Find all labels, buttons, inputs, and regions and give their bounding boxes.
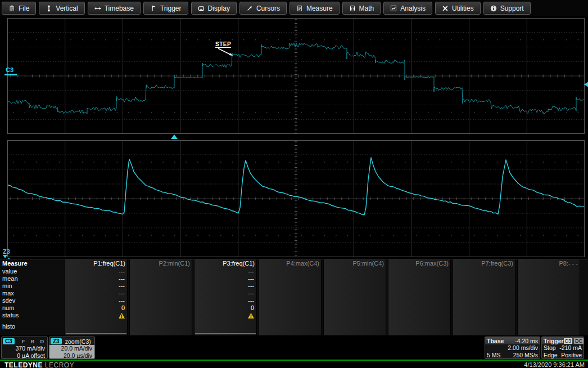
measure-cell-mean <box>129 275 192 282</box>
status-bar: C3 F B D 370 mA/div 0 µA offset Z3 zoom(… <box>0 336 588 360</box>
measure-cell-mean <box>388 275 451 282</box>
measure-column-p3[interactable]: P3:freq(C1)---------------0 <box>194 259 257 335</box>
menu-item-vertical[interactable]: Vertical <box>39 2 84 15</box>
measure-cell-mean <box>323 275 386 282</box>
measure-column-p4[interactable]: P4:max(C4) <box>259 259 322 335</box>
measure-cell-max <box>517 290 580 297</box>
warning-icon <box>119 313 125 318</box>
timebase-samples: 5 MS <box>487 352 501 359</box>
timebase-delay: -4.20 ms <box>515 338 538 344</box>
z3-descriptor-body: 20.0 mA/div 20.0 µs/div <box>49 345 94 359</box>
trigger-coupling-badge: DC <box>574 338 584 344</box>
c3-offset: 0 µA offset <box>2 352 47 359</box>
step-annotation-label: STEP <box>215 41 231 48</box>
c3-badge: C3 <box>3 338 15 344</box>
measure-cell-num: 0 <box>194 304 257 312</box>
measure-cell-status <box>259 312 322 319</box>
measure-cell-max <box>323 290 386 297</box>
menu-item-label: File <box>19 5 29 12</box>
menu-item-trigger[interactable]: Trigger <box>143 2 188 15</box>
trigger-header: Trigger C3 DC <box>542 337 584 344</box>
datetime-display: 4/13/2020 9:36:21 AM <box>524 361 585 368</box>
trigger-source-badge: C3 <box>564 338 573 344</box>
measure-cell-min <box>259 282 322 290</box>
math-calculator-icon <box>349 5 356 12</box>
measure-document-icon <box>296 5 303 12</box>
measure-cell-status <box>388 312 451 319</box>
menu-item-measure[interactable]: Measure <box>290 2 340 15</box>
z3-scale: 20.0 mA/div <box>49 345 94 352</box>
trigger-label: Trigger <box>544 338 564 344</box>
z3-descriptor-header: Z3 zoom(C3) <box>49 337 94 345</box>
graticule <box>8 19 585 134</box>
measure-column-header: P8:- - - <box>517 259 580 268</box>
measure-row-label-status: status <box>2 312 65 319</box>
measure-cell-mean: --- <box>65 275 128 282</box>
menu-item-label: Support <box>500 5 524 12</box>
menu-item-utilities[interactable]: Utilities <box>435 2 481 15</box>
timebase-arrows-icon <box>94 5 101 12</box>
utilities-wrench-icon <box>442 5 449 12</box>
zoom-position-marker[interactable] <box>171 134 178 139</box>
measure-cell-status <box>323 312 386 319</box>
channel-c3-descriptor[interactable]: C3 F B D 370 mA/div 0 µA offset <box>1 336 48 359</box>
measure-cell-value <box>259 268 322 275</box>
waveform-panel-z3[interactable] <box>7 140 585 257</box>
c3-flags: F B D <box>22 339 46 344</box>
measure-cell-mean <box>517 275 580 282</box>
timebase-header: Tbase -4.20 ms <box>485 337 540 344</box>
trigger-descriptor[interactable]: Trigger C3 DC Stop -210 mA Edge Positive <box>541 336 584 359</box>
trigger-mode: Stop <box>544 344 556 352</box>
trigger-level: -210 mA <box>559 344 582 352</box>
measure-row-label-num: num <box>2 304 65 312</box>
z3-title: zoom(C3) <box>65 338 91 345</box>
measure-title: Measure <box>2 259 65 268</box>
warning-icon <box>248 313 254 318</box>
step-annotation-arrow <box>217 48 235 58</box>
measure-row-labels: Measurevaluemeanminmaxsdevnumstatushisto <box>0 259 65 335</box>
measure-cell-min <box>323 282 386 290</box>
measure-table: Measurevaluemeanminmaxsdevnumstatushisto… <box>0 259 588 335</box>
measure-column-p2[interactable]: P2:min(C1) <box>129 259 192 335</box>
trigger-type: Edge <box>544 352 558 359</box>
z3-timebase: 20.0 µs/div <box>49 352 94 359</box>
menu-item-timebase[interactable]: Timebase <box>88 2 141 15</box>
measure-cell-num <box>323 304 386 312</box>
c3-scale: 370 mA/div <box>2 345 47 352</box>
timebase-scale-row: 2.00 ms/div <box>485 344 540 352</box>
measure-cell-sdev <box>517 297 580 304</box>
trigger-level-marker[interactable] <box>584 82 588 87</box>
c3-zero-level-marker[interactable] <box>4 74 17 75</box>
measure-column-p6[interactable]: P6:max(C3) <box>388 259 451 335</box>
measure-column-p8[interactable]: P8:- - - <box>517 259 580 335</box>
measure-cell-num: 0 <box>65 304 128 312</box>
menu-item-file[interactable]: File <box>2 2 36 15</box>
measure-cell-num <box>388 304 451 312</box>
measure-cell-min: --- <box>194 282 257 290</box>
c3-trace-label[interactable]: C3 <box>6 67 13 73</box>
z3-trace-label[interactable]: Z3 <box>3 249 10 255</box>
measure-cell-max <box>388 290 451 297</box>
measure-column-p7[interactable]: P7:freq(C3) <box>453 259 515 335</box>
menu-item-label: Vertical <box>56 5 78 12</box>
histogram-baseline <box>66 333 126 334</box>
waveform-panel-c3[interactable] <box>7 18 585 134</box>
menu-item-support[interactable]: Support <box>483 2 531 15</box>
channel-z3-descriptor[interactable]: Z3 zoom(C3) 20.0 mA/div 20.0 µs/div <box>49 336 95 359</box>
menu-item-analysis[interactable]: Analysis <box>383 2 432 15</box>
measure-cell-status <box>194 312 257 319</box>
display-monitor-icon <box>198 5 205 12</box>
timebase-descriptor[interactable]: Tbase -4.20 ms 2.00 ms/div 5 MS 250 MS/s <box>485 336 540 359</box>
menu-item-display[interactable]: Display <box>191 2 237 15</box>
menu-item-label: Math <box>359 5 374 12</box>
measure-cell-num <box>517 304 580 312</box>
measure-cell-num <box>129 304 192 312</box>
brand-lecroy: LECROY <box>45 361 74 368</box>
measure-column-p1[interactable]: P1:freq(C1)---------------0 <box>65 259 128 335</box>
measure-column-header: P7:freq(C3) <box>453 259 515 268</box>
menu-item-cursors[interactable]: Cursors <box>239 2 287 15</box>
menu-bar: FileVerticalTimebaseTriggerDisplayCursor… <box>0 0 588 16</box>
menu-item-math[interactable]: Math <box>342 2 381 15</box>
measure-column-p5[interactable]: P5:min(C4) <box>323 259 386 335</box>
measure-cell-mean: --- <box>194 275 257 282</box>
